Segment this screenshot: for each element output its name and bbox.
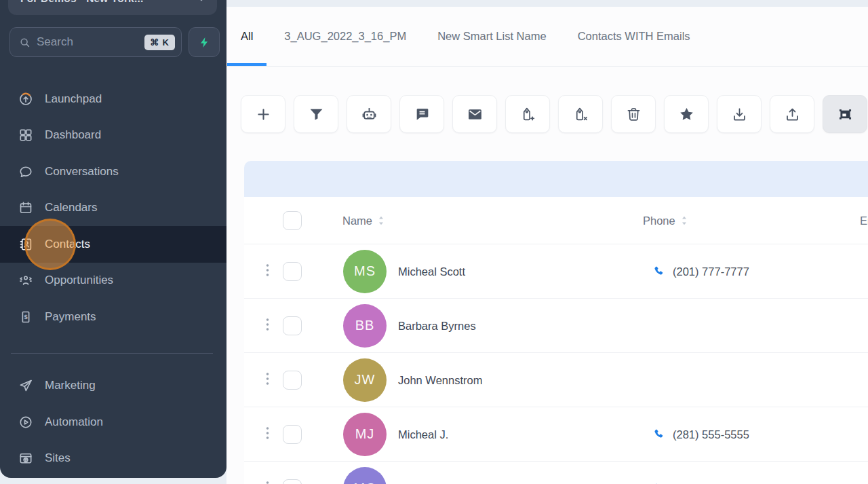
contacts-page: All 3_AUG_2022_3_16_PM New Smart List Na…	[226, 7, 868, 484]
table-row: MJ Micheal J. (281) 555-5555	[244, 407, 868, 462]
sort-phone-icon[interactable]	[681, 215, 688, 225]
avatar: MS	[343, 250, 387, 293]
click-indicator	[24, 219, 76, 270]
filter-funnel-icon	[308, 106, 325, 123]
chat-bubble-icon	[18, 164, 33, 179]
bulk-actions-toolbar	[226, 95, 868, 133]
sidebar-item-conversations[interactable]: Conversations	[0, 153, 226, 190]
sidebar-item-dashboard[interactable]: Dashboard	[0, 117, 226, 154]
dashboard-icon	[18, 128, 33, 143]
star-icon	[678, 106, 695, 123]
download-icon	[731, 106, 748, 123]
row-menu-icon[interactable]	[263, 424, 272, 445]
contact-phone[interactable]: (281) 555-5555	[652, 428, 749, 441]
account-name: For Demos - New York...	[20, 0, 195, 5]
contact-phone[interactable]: (201) 777-7777	[652, 265, 749, 278]
merge-contacts-icon	[837, 106, 854, 123]
add-to-favorites-button[interactable]	[664, 95, 709, 133]
contact-name[interactable]: Micheal J.	[398, 428, 448, 441]
quick-actions-button[interactable]	[189, 27, 220, 57]
opportunities-icon	[18, 273, 33, 288]
sms-bubble-icon	[414, 106, 431, 123]
lightning-bolt-icon	[198, 36, 211, 49]
sidebar-item-automation[interactable]: Automation	[0, 404, 226, 441]
phone-icon	[652, 265, 665, 278]
sidebar-nav: Launchpad Dashboard Conversations	[0, 81, 226, 477]
contact-name[interactable]: Barbara Byrnes	[398, 319, 476, 332]
tab-new-smart-list[interactable]: New Smart List Name	[437, 7, 546, 66]
selection-banner	[244, 161, 868, 197]
sidebar-item-payments[interactable]: $ Payments	[0, 299, 226, 335]
avatar: BB	[343, 304, 387, 348]
add-tag-button[interactable]	[505, 95, 550, 133]
payments-icon: $	[18, 310, 33, 324]
sites-globe-icon	[18, 451, 33, 466]
paper-plane-icon	[18, 378, 33, 393]
table-row: JW John Wennstrom	[244, 353, 868, 407]
sidebar-item-sites[interactable]: Sites	[0, 441, 226, 477]
send-sms-button[interactable]	[399, 95, 444, 133]
add-contact-button[interactable]	[241, 95, 285, 133]
table-row: BB Barbara Byrnes	[244, 299, 868, 353]
chevron-down-icon	[195, 0, 208, 5]
tab-contacts-with-emails[interactable]: Contacts WITH Emails	[578, 7, 690, 66]
plus-icon	[255, 106, 272, 123]
column-header-email: Email	[860, 214, 868, 227]
avatar: JW	[343, 358, 387, 402]
delete-button[interactable]	[611, 95, 656, 133]
row-checkbox[interactable]	[283, 479, 302, 484]
sidebar-item-marketing[interactable]: Marketing	[0, 368, 226, 405]
row-menu-icon[interactable]	[263, 315, 272, 336]
table-header: Name Phone Email	[244, 197, 868, 244]
row-checkbox[interactable]	[283, 316, 302, 335]
row-menu-icon[interactable]	[263, 478, 272, 484]
sidebar-divider	[11, 353, 213, 354]
column-header-name: Name	[342, 214, 372, 227]
phone-icon	[652, 428, 665, 441]
avatar: MJ	[343, 413, 387, 456]
filter-button[interactable]	[294, 95, 338, 133]
sidebar-item-launchpad[interactable]: Launchpad	[0, 81, 226, 117]
row-menu-icon[interactable]	[263, 369, 272, 390]
tab-all[interactable]: All	[241, 7, 253, 66]
search-input[interactable]: Search ⌘ K	[9, 27, 182, 57]
robot-icon	[361, 106, 378, 123]
export-button[interactable]	[770, 95, 814, 133]
sidebar-item-opportunities[interactable]: Opportunities	[0, 263, 226, 299]
row-checkbox[interactable]	[283, 371, 302, 390]
smart-list-tabs: All 3_AUG_2022_3_16_PM New Smart List Na…	[226, 7, 868, 67]
send-email-button[interactable]	[452, 95, 497, 133]
search-icon	[19, 37, 31, 48]
import-button[interactable]	[717, 95, 762, 133]
row-checkbox[interactable]	[283, 262, 302, 281]
automation-bot-button[interactable]	[347, 95, 391, 133]
table-row: MS Micheal Scott (201) 777-7777	[244, 244, 868, 299]
column-header-phone: Phone	[643, 214, 675, 227]
table-row: MC My Client (404) 555-5555	[244, 462, 868, 484]
select-all-checkbox[interactable]	[283, 211, 302, 230]
automation-play-icon	[18, 415, 33, 430]
merge-contacts-button[interactable]	[823, 95, 867, 133]
envelope-icon	[467, 106, 484, 123]
search-placeholder: Search	[37, 35, 138, 49]
account-switcher[interactable]: For Demos - New York...	[8, 0, 217, 15]
trash-icon	[625, 106, 642, 123]
sidebar-item-calendars[interactable]: Calendars	[0, 190, 226, 227]
svg-text:$: $	[24, 314, 28, 320]
contact-name[interactable]: John Wennstrom	[398, 373, 482, 386]
tag-plus-icon	[519, 106, 536, 123]
row-checkbox[interactable]	[283, 425, 302, 444]
contact-name[interactable]: Micheal Scott	[398, 265, 465, 278]
calendar-icon	[18, 200, 33, 215]
row-menu-icon[interactable]	[263, 261, 272, 282]
avatar: MC	[343, 467, 387, 484]
search-shortcut-badge: ⌘ K	[144, 35, 175, 50]
upload-icon	[784, 106, 801, 123]
tag-x-icon	[572, 106, 589, 123]
tab-3-aug-2022[interactable]: 3_AUG_2022_3_16_PM	[284, 7, 406, 66]
sort-name-icon[interactable]	[378, 215, 384, 225]
remove-tag-button[interactable]	[558, 95, 603, 133]
launchpad-icon	[18, 92, 33, 107]
